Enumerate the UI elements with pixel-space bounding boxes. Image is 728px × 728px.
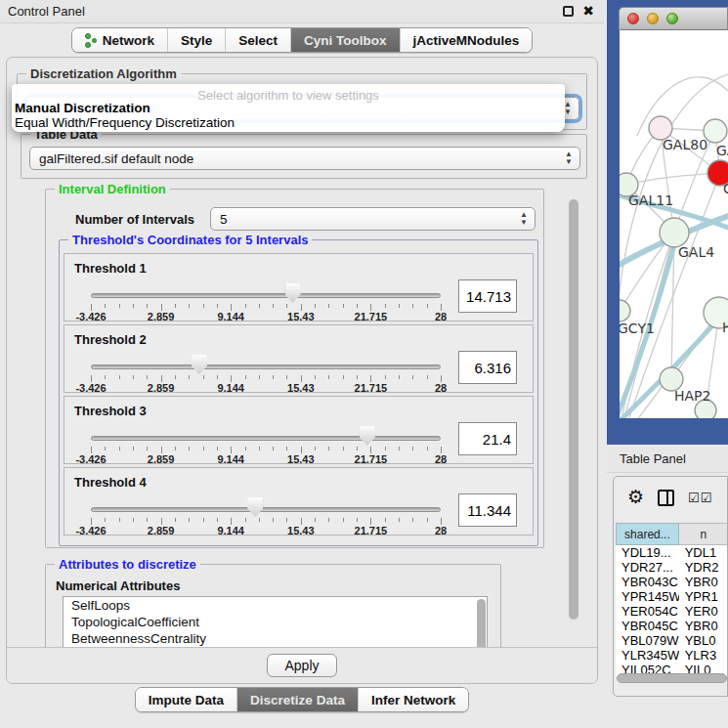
table-cell: YDL1	[679, 545, 728, 560]
slider-track[interactable]	[91, 436, 441, 441]
number-of-intervals-combo[interactable]: 5 ▲▼	[210, 207, 535, 231]
tab-network[interactable]: Network	[72, 28, 168, 52]
interval-definition-group: Interval Definition Number of Intervals …	[45, 189, 544, 548]
bottom-tabbar: Impute DataDiscretize DataInfer Network	[0, 687, 604, 712]
thresholds-group-title: Threshold's Coordinates for 5 Intervals	[68, 233, 312, 247]
table-cell: YBR043C	[616, 575, 679, 589]
tick-label: 15.43	[287, 525, 315, 536]
table-row[interactable]: YLR345WYLR3	[616, 648, 728, 663]
tab-cyni-toolbox[interactable]: Cyni Toolbox	[291, 28, 401, 52]
list-item[interactable]: BetweennessCentrality	[64, 630, 487, 647]
numerical-attributes-label: Numerical Attributes	[56, 578, 180, 593]
table-row[interactable]: YBR043CYBR0	[616, 575, 728, 589]
table-cell: YBL079W	[616, 633, 679, 648]
tick-label: 2.859	[148, 311, 175, 322]
table-cell: YBR0	[679, 619, 728, 633]
network-window-titlebar[interactable]	[619, 7, 728, 30]
gear-icon[interactable]: ⚙	[627, 488, 644, 507]
column-header[interactable]: n	[679, 523, 728, 545]
threshold-value-field[interactable]: 21.4	[458, 422, 517, 455]
combo-arrows-icon: ▲▼	[565, 150, 573, 166]
tick-label: 21.715	[355, 311, 388, 322]
zoom-traffic-light-icon[interactable]	[666, 13, 678, 24]
slider-track[interactable]	[91, 293, 441, 298]
node-gcy1[interactable]	[620, 300, 630, 321]
thresholds-group: Threshold's Coordinates for 5 Intervals …	[59, 239, 538, 546]
panel-scrollbar[interactable]	[569, 199, 578, 620]
tick-label: 21.715	[355, 382, 388, 394]
bottom-tab-discretize-data[interactable]: Discretize Data	[237, 688, 359, 711]
table-cell: YBR045C	[616, 619, 679, 633]
control-panel-titlebar: Control Panel ✖	[0, 0, 604, 23]
bottom-tab-infer-network[interactable]: Infer Network	[359, 688, 468, 711]
tab-select[interactable]: Select	[226, 28, 291, 52]
close-icon[interactable]: ✖	[582, 4, 594, 18]
table-panel-window: ⚙ ☑☑ shared...n YDL19...YDL1YDR27...YDR2…	[613, 476, 728, 697]
column-header[interactable]: shared...	[616, 523, 679, 545]
table-cell: YER054C	[616, 604, 679, 619]
table-panel-title: Table Panel	[607, 451, 686, 466]
node-label: HAP2	[674, 388, 710, 404]
threshold-value-field[interactable]: 14.713	[458, 279, 517, 313]
discretization-algorithm-title: Discretization Algorithm	[26, 66, 181, 81]
slider-track[interactable]	[91, 507, 441, 512]
tick-label: -3.426	[75, 311, 106, 322]
table-hscrollbar[interactable]	[617, 673, 727, 685]
tick-label: 9.144	[217, 453, 244, 465]
tab-label: Select	[238, 33, 278, 48]
number-of-intervals-value: 5	[220, 212, 228, 227]
float-window-icon[interactable]	[563, 6, 574, 17]
threshold-value-field[interactable]: 11.344	[458, 493, 517, 527]
split-view-icon[interactable]	[658, 490, 674, 506]
minimize-traffic-light-icon[interactable]	[647, 13, 659, 24]
table-cell: YER0	[679, 604, 728, 619]
threshold-value-field[interactable]: 6.316	[458, 351, 517, 384]
network-canvas[interactable]: GAL80GACGAL11GAL4GCY1HHAP2	[620, 30, 728, 418]
node-gal4[interactable]	[660, 218, 689, 247]
table-row[interactable]: YDR27...YDR2	[616, 560, 728, 575]
tick-label: 21.715	[355, 453, 388, 465]
slider-thumb[interactable]	[285, 283, 301, 303]
algorithm-option[interactable]: Manual Discretization	[15, 101, 150, 115]
table-row[interactable]: YDL19...YDL1	[616, 545, 728, 560]
tab-jactivemnodules[interactable]: jActiveMNodules	[401, 28, 533, 52]
table-data-combo[interactable]: galFiltered.sif default node ▲▼	[29, 147, 580, 170]
table-row[interactable]: YPR145WYPR1	[616, 589, 728, 604]
table-row[interactable]: YBR045CYBR0	[616, 619, 728, 633]
tick-label: 28	[435, 525, 447, 536]
tab-label: Network	[103, 33, 154, 48]
node-label: GAL4	[678, 244, 714, 260]
tick-label: 28	[435, 311, 447, 322]
table-row[interactable]: YBL079WYBL0	[616, 633, 728, 648]
tab-label: Impute Data	[149, 693, 224, 707]
cyni-toolbox-panel: Discretization Algorithm ▲▼ Table Data g…	[6, 57, 598, 684]
algorithm-option[interactable]: Equal Width/Frequency Discretization	[15, 115, 235, 130]
table-cell: YLR345W	[616, 648, 679, 663]
table-row[interactable]: YER054CYER0	[616, 604, 728, 619]
bottom-tab-impute-data[interactable]: Impute Data	[136, 688, 237, 711]
threshold-panel: Threshold 1-3.4262.8599.14415.4321.71528…	[64, 253, 534, 321]
tick-label: -3.426	[75, 525, 106, 536]
list-item[interactable]: TopologicalCoefficient	[64, 614, 487, 630]
table-panel-header: Table Panel	[607, 445, 728, 473]
checkbox-icons[interactable]: ☑☑	[688, 491, 712, 505]
apply-button[interactable]: Apply	[267, 654, 336, 677]
node-label: GCY1	[620, 321, 655, 336]
close-traffic-light-icon[interactable]	[627, 13, 639, 24]
list-item[interactable]: SelfLoops	[64, 597, 487, 614]
tick-label: 2.859	[148, 382, 175, 394]
algorithm-popup: Select algorithm to view settings Manual…	[12, 84, 565, 132]
tick-label: -3.426	[75, 453, 106, 465]
slider-track[interactable]	[91, 364, 441, 369]
tab-style[interactable]: Style	[168, 28, 226, 52]
tick-label: 9.144	[217, 525, 244, 536]
slider-thumb[interactable]	[247, 497, 263, 517]
threshold-panel: Threshold 4-3.4262.8599.14415.4321.71528…	[64, 467, 534, 535]
table-cell: YPR1	[679, 589, 728, 604]
node-table[interactable]: shared...n YDL19...YDL1YDR27...YDR2YBR04…	[616, 523, 728, 677]
slider-thumb[interactable]	[192, 355, 207, 374]
network-icon	[85, 33, 98, 48]
tick-label: 28	[435, 382, 447, 394]
combo-arrows-icon: ▲▼	[520, 211, 528, 227]
slider-thumb[interactable]	[360, 426, 375, 446]
